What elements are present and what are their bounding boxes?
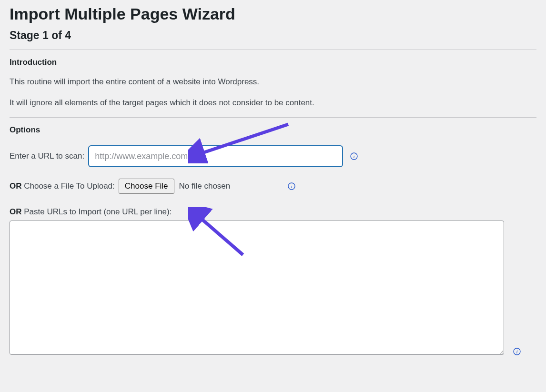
choose-file-button[interactable]: Choose File — [119, 179, 174, 194]
introduction-heading: Introduction — [10, 58, 536, 67]
stage-label: Stage 1 of 4 — [10, 29, 536, 42]
divider — [10, 117, 536, 118]
svg-text:i: i — [516, 349, 517, 354]
info-icon[interactable]: i — [287, 182, 296, 191]
options-heading: Options — [10, 125, 536, 135]
info-icon[interactable]: i — [513, 347, 521, 356]
svg-text:i: i — [354, 153, 355, 159]
file-status: No file chosen — [179, 181, 231, 191]
info-icon[interactable]: i — [350, 152, 358, 161]
url-input[interactable] — [88, 145, 343, 167]
svg-text:i: i — [291, 183, 293, 189]
file-label: OR Choose a File To Upload: — [10, 181, 115, 191]
intro-text-2: It will ignore all elements of the targe… — [10, 97, 536, 109]
divider — [10, 50, 536, 50]
url-label: Enter a URL to scan: — [10, 151, 84, 161]
paste-label: OR Paste URLs to Import (one URL per lin… — [10, 207, 172, 216]
or-text: OR — [10, 207, 22, 216]
intro-text-1: This routine will import the entire cont… — [10, 76, 536, 88]
paste-urls-textarea[interactable] — [10, 221, 504, 355]
page-title: Import Multiple Pages Wizard — [10, 5, 536, 23]
or-text: OR — [10, 181, 22, 191]
